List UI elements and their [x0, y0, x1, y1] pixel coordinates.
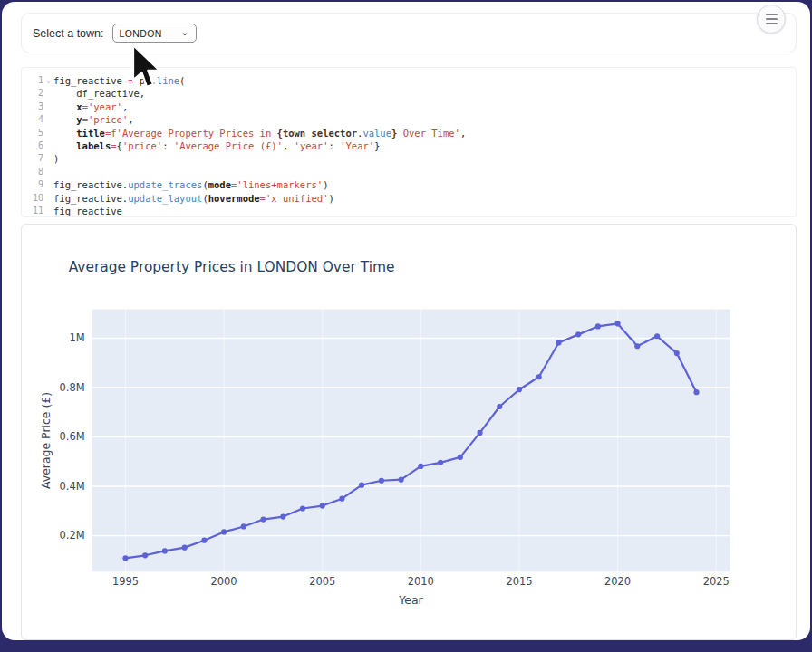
- code-line: 4 y='price',: [22, 113, 796, 126]
- data-point-marker: [399, 477, 404, 483]
- data-point-marker: [595, 323, 601, 329]
- y-axis-title: Average Price (£): [39, 392, 53, 489]
- fold-gutter: [44, 152, 53, 165]
- data-point-marker: [339, 496, 344, 502]
- select-town-label: Select a town:: [33, 27, 104, 40]
- data-point-marker: [458, 455, 463, 460]
- y-tick-label: 0.6M: [59, 430, 84, 443]
- code-line: 7): [22, 152, 796, 165]
- code-line: 3 x='year',: [22, 101, 796, 113]
- fold-gutter: [44, 113, 53, 126]
- data-point-marker: [654, 333, 660, 339]
- x-tick-label: 2015: [506, 575, 532, 588]
- data-point-marker: [556, 340, 561, 345]
- town-selector-widget: Select a town: LONDON ⌄: [21, 13, 797, 53]
- notebook-card: Select a town: LONDON ⌄ 1⌄fig_reactive =…: [2, 2, 810, 640]
- fold-gutter: [44, 205, 53, 217]
- y-tick-label: 1M: [69, 331, 84, 344]
- data-point-marker: [536, 374, 542, 379]
- chart-output-card[interactable]: 19952000200520102015202020250.2M0.4M0.6M…: [21, 224, 797, 640]
- data-point-marker: [300, 505, 305, 511]
- data-point-marker: [359, 483, 364, 488]
- data-point-marker: [418, 464, 423, 469]
- code-line: 2 df_reactive,: [22, 87, 796, 100]
- data-point-marker: [517, 387, 522, 392]
- code-line: 1⌄fig_reactive = px.line(: [22, 74, 796, 87]
- x-tick-label: 1995: [112, 575, 139, 588]
- town-dropdown[interactable]: LONDON ⌄: [112, 24, 197, 43]
- fold-gutter: [44, 87, 53, 100]
- fold-gutter: [44, 192, 53, 205]
- data-point-marker: [615, 321, 621, 326]
- property-price-line-chart[interactable]: 19952000200520102015202020250.2M0.4M0.6M…: [22, 225, 796, 639]
- data-point-marker: [438, 460, 443, 465]
- code-cell-editor[interactable]: 1⌄fig_reactive = px.line(2 df_reactive,3…: [21, 67, 797, 217]
- y-tick-label: 0.8M: [59, 381, 84, 394]
- code-lines: 1⌄fig_reactive = px.line(2 df_reactive,3…: [22, 74, 796, 217]
- code-line: 10fig_reactive.update_layout(hovermode='…: [22, 192, 796, 205]
- fold-gutter: [44, 178, 53, 191]
- data-point-marker: [260, 516, 266, 522]
- x-tick-label: 2000: [211, 575, 237, 588]
- data-point-marker: [221, 529, 227, 534]
- data-point-marker: [674, 350, 680, 356]
- chevron-down-icon: ⌄: [180, 27, 188, 37]
- data-point-marker: [477, 430, 482, 436]
- data-point-marker: [634, 343, 640, 349]
- data-point-marker: [122, 555, 128, 561]
- x-axis-title: Year: [398, 593, 423, 607]
- y-tick-label: 0.2M: [59, 529, 84, 542]
- chart-title: Average Property Prices in LONDON Over T…: [69, 259, 395, 275]
- data-point-marker: [693, 389, 699, 395]
- data-point-marker: [280, 514, 285, 520]
- fold-gutter: [44, 101, 53, 113]
- data-point-marker: [320, 503, 325, 508]
- x-tick-label: 2020: [604, 575, 631, 588]
- fold-gutter: [44, 166, 53, 178]
- data-point-marker: [241, 523, 246, 529]
- app-background: { "app": { "background_color": "#2c2a68"…: [0, 0, 812, 652]
- code-line: 5 title=f'Average Property Prices in {to…: [22, 127, 796, 139]
- menu-button[interactable]: [757, 5, 786, 34]
- x-tick-label: 2005: [309, 575, 335, 588]
- data-point-marker: [379, 478, 384, 484]
- code-line: 9fig_reactive.update_traces(mode='lines+…: [22, 178, 796, 191]
- fold-gutter: [44, 139, 53, 152]
- fold-gutter: [44, 127, 53, 139]
- code-line: 6 labels={'price': 'Average Price (£)', …: [22, 139, 796, 152]
- town-dropdown-value: LONDON: [120, 28, 162, 39]
- y-tick-label: 0.4M: [59, 480, 84, 493]
- x-tick-label: 2010: [408, 575, 434, 588]
- code-line: 11fig_reactive: [22, 205, 796, 217]
- data-point-marker: [162, 548, 168, 553]
- data-point-marker: [201, 538, 207, 543]
- data-point-marker: [497, 404, 502, 409]
- code-line: 8: [22, 166, 796, 178]
- plot-area: [92, 310, 730, 572]
- x-tick-label: 2025: [703, 575, 730, 588]
- data-point-marker: [575, 331, 581, 337]
- data-point-marker: [142, 552, 148, 558]
- fold-chevron-icon[interactable]: ⌄: [44, 74, 53, 87]
- data-point-marker: [182, 545, 188, 551]
